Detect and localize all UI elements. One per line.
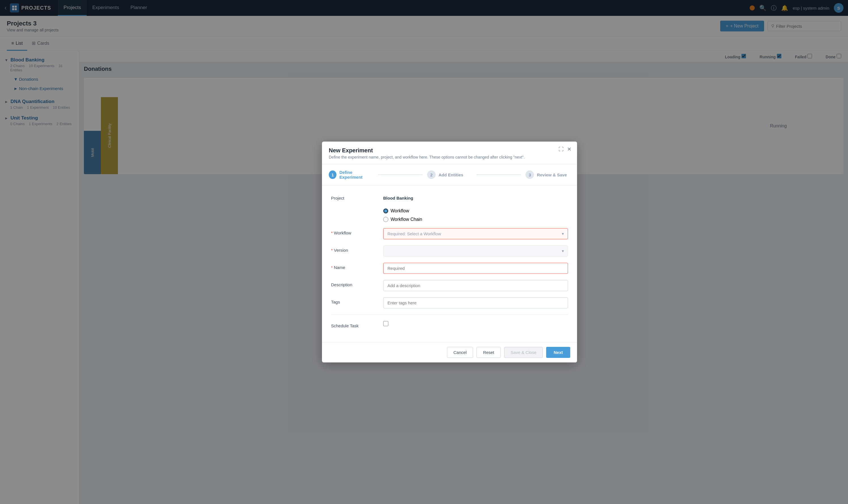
new-experiment-modal: New Experiment Define the experiment nam… [322, 142, 577, 362]
modal-expand-button[interactable]: ⛶ [559, 146, 564, 152]
form-divider [331, 314, 568, 315]
step-line-2 [477, 175, 521, 175]
radio-workflow-chain-input[interactable] [383, 217, 388, 222]
schedule-task-checkbox[interactable] [383, 321, 388, 326]
step-2-circle: 2 [427, 170, 436, 179]
step-1-label: Define Experiment [339, 170, 373, 180]
name-label: * Name [331, 263, 376, 270]
form-row-schedule: Schedule Task [331, 321, 568, 328]
version-select-wrapper [383, 246, 568, 256]
workflow-select[interactable]: Required: Select a Workflow [383, 228, 568, 239]
modal-header: New Experiment Define the experiment nam… [322, 142, 577, 164]
step-3: 3 Review & Save [525, 170, 570, 179]
modal-title: New Experiment [329, 147, 570, 154]
description-label: Description [331, 280, 376, 287]
schedule-label: Schedule Task [331, 321, 376, 328]
form-row-workflow-select: * Workflow Required: Select a Workflow [331, 228, 568, 239]
form-row-version: * Version [331, 246, 568, 256]
radio-workflow-input[interactable] [383, 209, 388, 214]
step-line-1 [378, 175, 423, 175]
step-3-circle: 3 [525, 170, 534, 179]
step-1: 1 Define Experiment [329, 170, 374, 180]
cancel-button[interactable]: Cancel [447, 347, 473, 358]
radio-workflow-label: Workflow [391, 209, 409, 214]
project-label: Project [331, 193, 376, 200]
workflow-select-wrapper: Required: Select a Workflow [383, 228, 568, 239]
version-select[interactable] [383, 246, 568, 256]
form-row-name: * Name [331, 263, 568, 274]
workflow-radio-group: Workflow Workflow Chain [383, 207, 422, 222]
form-row-tags: Tags [331, 297, 568, 308]
radio-workflow[interactable]: Workflow [383, 209, 422, 214]
radio-workflow-chain-label: Workflow Chain [391, 217, 422, 222]
form-row-project: Project Blood Banking [331, 193, 568, 200]
name-input[interactable] [383, 263, 568, 274]
project-value: Blood Banking [383, 193, 568, 200]
description-input[interactable] [383, 280, 568, 291]
tags-label: Tags [331, 297, 376, 304]
save-close-button: Save & Close [504, 347, 543, 358]
step-1-circle: 1 [329, 170, 336, 179]
step-3-label: Review & Save [537, 173, 567, 177]
step-2: 2 Add Entities [427, 170, 472, 179]
modal-body: Project Blood Banking Workflow Workflow … [322, 185, 577, 342]
next-button[interactable]: Next [546, 347, 570, 358]
workflow-type-label [331, 207, 376, 209]
form-row-description: Description [331, 280, 568, 291]
version-label: * Version [331, 246, 376, 253]
modal-close-button[interactable]: ✕ [567, 146, 571, 152]
form-row-workflow-type: Workflow Workflow Chain [331, 207, 568, 222]
reset-button[interactable]: Reset [477, 347, 501, 358]
radio-workflow-chain[interactable]: Workflow Chain [383, 217, 422, 222]
modal-footer: Cancel Reset Save & Close Next [322, 342, 577, 362]
modal-subtitle: Define the experiment name, project, and… [329, 155, 570, 159]
tags-input[interactable] [383, 297, 568, 308]
workflow-select-label: * Workflow [331, 228, 376, 235]
modal-header-icons: ⛶ ✕ [559, 146, 571, 152]
stepper: 1 Define Experiment 2 Add Entities 3 Rev… [322, 164, 577, 185]
step-2-label: Add Entities [438, 173, 463, 177]
